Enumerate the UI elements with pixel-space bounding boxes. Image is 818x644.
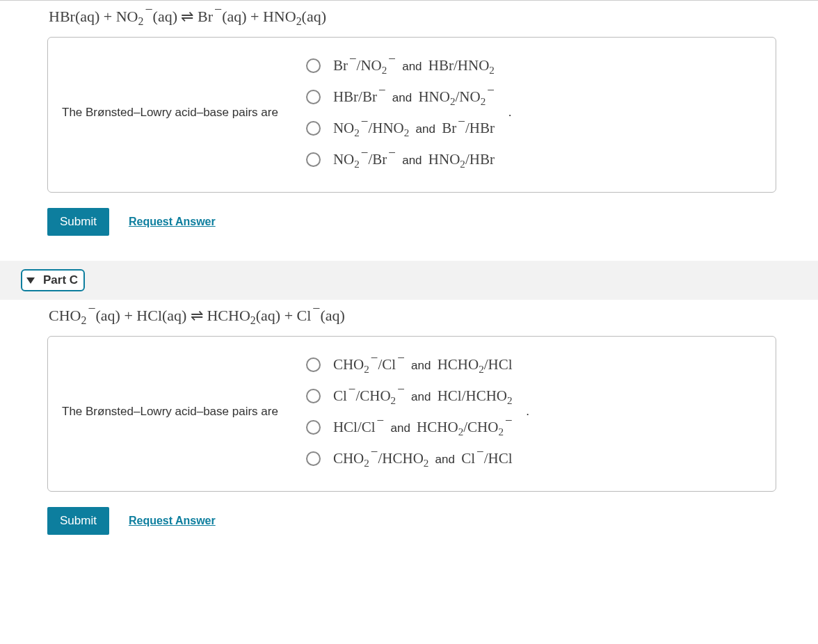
submit-button-c[interactable]: Submit xyxy=(47,507,109,535)
radio-icon xyxy=(306,58,321,73)
equation-c: CHO2−(aq) + HCl(aq) ⇌ HCHO2(aq) + Cl−(aq… xyxy=(49,307,776,325)
choice-c-1[interactable]: CHO2−/Cl− and HCHO2/HCl xyxy=(306,356,513,373)
choice-b-3[interactable]: NO2−/HNO2 and Br−/HBr xyxy=(306,120,495,137)
choice-text: HBr/Br− and HNO2/NO2− xyxy=(333,88,495,106)
choice-text: NO2−/HNO2 and Br−/HBr xyxy=(333,120,495,137)
choice-text: CHO2−/Cl− and HCHO2/HCl xyxy=(333,356,513,373)
choice-text: CHO2−/HCHO2 and Cl−/HCl xyxy=(333,450,513,467)
choice-b-1[interactable]: Br−/NO2− and HBr/HNO2 xyxy=(306,57,495,74)
prompt-c: The Brønsted–Lowry acid–base pairs are xyxy=(62,405,306,419)
prompt-b: The Brønsted–Lowry acid–base pairs are xyxy=(62,106,306,120)
choice-b-2[interactable]: HBr/Br− and HNO2/NO2− xyxy=(306,88,495,106)
question-box-b: The Brønsted–Lowry acid–base pairs are B… xyxy=(47,37,776,193)
radio-icon xyxy=(306,389,321,403)
part-c-header: Part C xyxy=(0,261,818,300)
choice-c-3[interactable]: HCl/Cl− and HCHO2/CHO2− xyxy=(306,419,513,436)
choice-text: HCl/Cl− and HCHO2/CHO2− xyxy=(333,419,513,436)
chevron-down-icon xyxy=(26,277,35,284)
submit-button-b[interactable]: Submit xyxy=(47,208,109,236)
equation-b: HBr(aq) + NO2−(aq) ⇌ Br−(aq) + HNO2(aq) xyxy=(49,8,776,26)
question-box-c: The Brønsted–Lowry acid–base pairs are C… xyxy=(47,336,776,492)
radio-icon xyxy=(306,451,321,466)
request-answer-link-c[interactable]: Request Answer xyxy=(129,515,216,527)
choice-c-2[interactable]: Cl−/CHO2− and HCl/HCHO2 xyxy=(306,387,513,405)
choice-text: Cl−/CHO2− and HCl/HCHO2 xyxy=(333,387,513,405)
choice-text: Br−/NO2− and HBr/HNO2 xyxy=(333,57,495,74)
choice-text: NO2−/Br− and HNO2/HBr xyxy=(333,151,495,168)
choice-b-4[interactable]: NO2−/Br− and HNO2/HBr xyxy=(306,151,495,168)
period-b: . xyxy=(508,106,511,120)
radio-icon xyxy=(306,90,321,104)
radio-icon xyxy=(306,152,321,167)
part-label: Part C xyxy=(43,273,78,287)
radio-icon xyxy=(306,357,321,372)
radio-icon xyxy=(306,121,321,136)
choice-c-4[interactable]: CHO2−/HCHO2 and Cl−/HCl xyxy=(306,450,513,467)
request-answer-link-b[interactable]: Request Answer xyxy=(129,216,216,228)
period-c: . xyxy=(527,405,529,419)
part-c-toggle[interactable]: Part C xyxy=(21,269,85,291)
radio-icon xyxy=(306,420,321,435)
